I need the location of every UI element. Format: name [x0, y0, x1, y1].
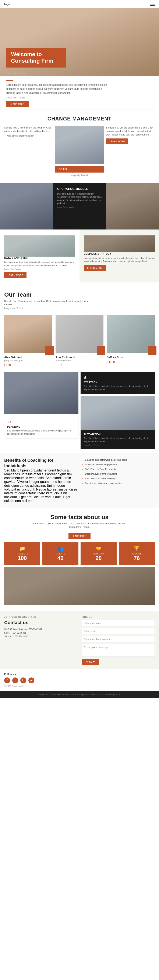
team-member-2-role: creative leader [56, 359, 103, 362]
contact-name-input[interactable] [82, 620, 155, 626]
benefit-item-2: ✓ Increased level of engagement [82, 462, 155, 467]
change-mgmt-right: Sample text. Click to select the text bo… [106, 126, 155, 145]
team-member-3-name: Jeffrey Brown [107, 356, 155, 359]
contact-form: SUBMIT [82, 620, 155, 665]
hero-divider [6, 80, 13, 81]
privacy-policy-link[interactable]: © 2023 Privacy policy [4, 685, 155, 687]
business-strategy-image [84, 235, 155, 252]
business-strategy-title: BUSINESS STRATEGY [84, 252, 155, 255]
instagram-icon-2[interactable]: in [60, 363, 62, 366]
twitter-social-icon[interactable]: t [12, 678, 18, 683]
link-us-label: LINK US [82, 616, 155, 618]
contact-submit-button[interactable]: SUBMIT [82, 659, 99, 665]
change-caption: Images by Freepik [4, 174, 155, 177]
fact-awards: 🏆 AWARDS 76 [119, 542, 155, 565]
team-member-3: Jeffrey Brown t ▶ in [107, 315, 155, 366]
change-quote-name: — Meg Smith, creative leader [4, 134, 53, 137]
instagram-social-icon[interactable]: in [20, 678, 26, 683]
contact-title: Contact us [4, 620, 77, 625]
benefit-label-1: Establish and act toward achieving goals [85, 458, 127, 461]
twitter-icon-3[interactable]: t [107, 360, 108, 363]
facebook-social-icon[interactable]: f [4, 678, 10, 683]
change-mgmt-title: CHANGE MANAGEMENT [4, 116, 155, 122]
facebook-icon[interactable]: f [4, 363, 5, 366]
benefits-intro: Sed blandit proin gravida hendrerit lect… [4, 469, 77, 503]
hero-image-caption: Image from Freepik [6, 72, 25, 74]
social-icons-group: f t in ▶ [4, 678, 155, 683]
planning-box: ⚙ PLANNING Sed blandit libero volutpat s… [4, 417, 79, 438]
hero-text-section: Lorem ipsum dolor sit amet, consectetur … [0, 76, 159, 109]
team-icon: 🤝 [83, 546, 114, 551]
spa-section: ⚙ PLANNING Sed blandit libero volutpat s… [0, 370, 159, 453]
youtube-icon[interactable]: ▶ [109, 360, 111, 363]
data-analytics-section: DATA & ANALYTICS Duis aute irure dolor i… [0, 229, 80, 282]
benefits-left: Benefits of Coaching for Individuals. Se… [4, 458, 77, 503]
planning-title: PLANNING [7, 425, 75, 428]
team-member-3-photo [107, 315, 155, 353]
benefit-item-5: ✓ Build Personal Accountability [82, 476, 155, 481]
change-mgmt-image [55, 126, 104, 164]
operating-body: Duis aute irure dolor in reprehenderit i… [57, 192, 102, 205]
facts-section: Some facts about us Sample text. Click t… [0, 508, 159, 611]
instagram-icon[interactable]: in [8, 363, 11, 366]
automation-box: AUTOMATION Sed blandit libero volutpat s… [80, 430, 155, 449]
benefits-title: Benefits of Coaching for Individuals. [4, 458, 77, 469]
hero-section: Welcome to Consulting Firm Image from Fr… [0, 8, 159, 76]
contact-email-input[interactable] [82, 628, 155, 634]
change-mgmt-grid: Sample text. Click to select the text bo… [4, 126, 155, 173]
strategy-icon: ♟ [84, 375, 152, 380]
check-icon-5: ✓ [82, 477, 84, 480]
hero-title: Welcome to Consulting Firm [11, 51, 61, 64]
fact-projects: 📁 PROJECTS 100 [4, 542, 40, 565]
our-team-caption: Images from Freepik [4, 307, 155, 310]
check-icon-6: ✓ [82, 482, 84, 485]
operating-left-photo [0, 183, 53, 229]
automation-text: Sed blandit libero volutpat sed cras orn… [84, 437, 152, 443]
clients-number: 40 [45, 555, 76, 562]
ideas-box: IDEAS [55, 166, 104, 173]
data-analytics-body: Duis aute irure dolor in reprehenderit i… [4, 261, 75, 267]
business-strategy-body: Duis aute irure dolor in reprehenderit i… [84, 256, 155, 263]
facebook-icon-2[interactable]: f [56, 363, 56, 366]
hamburger-menu[interactable] [150, 3, 155, 6]
planning-text: Sed blandit libero volutpat sed cras orn… [7, 429, 75, 436]
change-learn-more-button[interactable]: LEARN MORE [106, 138, 128, 145]
fact-clients: 👥 CLIENTS 40 [42, 542, 79, 565]
spa-left: ⚙ PLANNING Sed blandit libero volutpat s… [4, 372, 79, 449]
change-mgmt-left: Sample text. Click to select the text bo… [4, 126, 53, 137]
check-icon-2: ✓ [82, 463, 84, 466]
hero-text-caption: Image from Freepik [6, 97, 153, 99]
team-grid: Alex Grinfield programming guru f t in A… [0, 312, 159, 370]
footer: Sample text. Click to select the text bo… [0, 691, 159, 698]
twitter-icon[interactable]: t [6, 363, 7, 366]
benefit-item-3: ✓ Safe Place to Gain Perspective [82, 467, 155, 471]
change-management-section: CHANGE MANAGEMENT Sample text. Click to … [0, 110, 159, 183]
team-member-2-social: f t in [56, 363, 103, 366]
team-member-2: Ann Richmond creative leader f t in [56, 315, 103, 366]
team-accent-1 [45, 346, 54, 355]
contact-message-input[interactable] [82, 644, 155, 657]
operating-models-section: OPERATING MODELS Duis aute irure dolor i… [0, 183, 159, 229]
operating-right-image [106, 183, 159, 229]
facts-learn-more-button[interactable]: LEARN MORE [69, 533, 91, 539]
twitter-icon-2[interactable]: t [58, 363, 58, 366]
spa-grid: ⚙ PLANNING Sed blandit libero volutpat s… [4, 372, 155, 449]
hero-learn-more-button[interactable]: LEARN MORE [6, 101, 29, 107]
benefits-section: Benefits of Coaching for Individuals. Se… [0, 453, 159, 507]
instagram-icon-3[interactable]: in [112, 360, 115, 363]
youtube-social-icon[interactable]: ▶ [29, 678, 34, 683]
our-team-title: Our Team [4, 291, 155, 298]
operating-right-photo [106, 183, 159, 229]
hero-content: Welcome to Consulting Firm [6, 48, 66, 68]
team-accent-2 [97, 346, 105, 355]
strategy-text: Sed blandit libero volutpat sed cras orn… [84, 385, 152, 391]
data-analytics-learn-more-button[interactable]: LEARN MORE [4, 272, 27, 278]
dbs-section: DATA & ANALYTICS Duis aute irure dolor i… [0, 229, 159, 286]
facts-grid: 📁 PROJECTS 100 👥 CLIENTS 40 🤝 OUR TEAM 2… [4, 542, 155, 565]
business-strategy-learn-more-button[interactable]: LEARN MORE [84, 265, 106, 271]
facts-title: Some facts about us [4, 514, 155, 520]
newsletter-label: JOIN OUR NEWSLETTER [4, 616, 77, 618]
ideas-label: IDEAS [58, 167, 67, 171]
contact-phone-input[interactable] [82, 636, 155, 642]
facts-image [4, 567, 155, 605]
